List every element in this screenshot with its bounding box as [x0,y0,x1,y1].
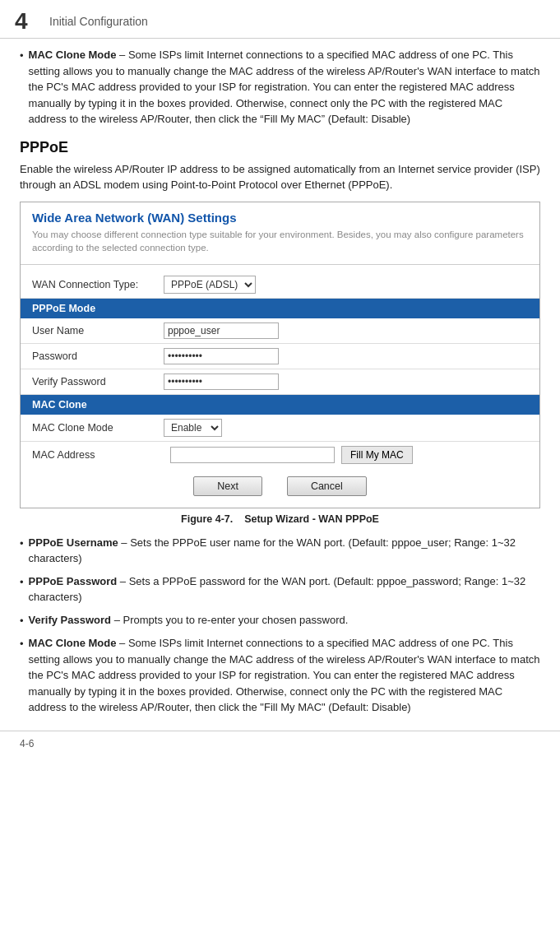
bullet-dot-1: • [20,536,24,567]
pppoe-mode-header: PPPoE Mode [21,299,539,318]
wan-settings-box: Wide Area Network (WAN) Settings You may… [20,202,540,508]
bullet-dash-3: – [114,614,123,626]
page-footer: 4-6 [0,731,560,756]
top-bullet-item: • MAC Clone Mode – Some ISPs limit Inter… [20,47,540,128]
figure-spacer [236,513,242,525]
top-bullet-term: MAC Clone Mode [29,49,117,61]
password-value[interactable] [164,348,528,364]
wan-box-header: Wide Area Network (WAN) Settings You may… [21,202,539,259]
wan-connection-type-row: WAN Connection Type: PPPoE (ADSL) [21,271,539,299]
username-input[interactable] [164,322,279,339]
bullet-pppoe-username-text: PPPoE Username – Sets the PPPoE user nam… [29,535,540,567]
bullet-term-3: Verify Password [29,614,111,626]
bullet-dash-1: – [121,536,130,549]
wan-connection-type-select[interactable]: PPPoE (ADSL) [164,276,256,294]
mac-clone-mode-value[interactable]: Enable Disable [164,419,528,437]
figure-caption: Figure 4-7. Setup Wizard - WAN PPPoE [20,513,540,525]
bullet-dot-4: • [20,636,24,716]
mac-clone-mode-select[interactable]: Enable Disable [164,419,222,437]
wan-connection-type-value[interactable]: PPPoE (ADSL) [164,276,528,294]
username-row: User Name [21,318,539,344]
bullet-body-3: Prompts you to re-enter your chosen pass… [123,614,348,626]
bullet-verify-password: • Verify Password – Prompts you to re-en… [20,612,540,629]
bullet-term-4: MAC Clone Mode [29,637,117,649]
mac-address-row: MAC Address Fill My MAC [21,442,539,468]
verify-password-label: Verify Password [32,376,164,387]
top-bullet-text: MAC Clone Mode – Some ISPs limit Interne… [29,47,540,128]
wan-divider [21,264,539,265]
fill-my-mac-button[interactable]: Fill My MAC [341,446,413,464]
wan-box-title: Wide Area Network (WAN) Settings [32,211,528,225]
mac-address-label: MAC Address [32,449,164,461]
wan-connection-type-label: WAN Connection Type: [32,279,164,290]
section-heading: PPPoE [20,139,540,156]
section-description: Enable the wireless AP/Router IP address… [20,161,540,193]
mac-clone-mode-row: MAC Clone Mode Enable Disable [21,415,539,442]
bottom-bullets: • PPPoE Username – Sets the PPPoE user n… [20,535,540,716]
bullet-dot-3: • [20,613,24,629]
verify-password-row: Verify Password [21,369,539,395]
verify-password-input[interactable] [164,374,279,390]
top-bullet-dash: – [119,49,128,61]
wan-box-subtitle: You may choose different connection type… [32,228,528,254]
next-button[interactable]: Next [193,476,262,496]
verify-password-value[interactable] [164,374,528,390]
cancel-button[interactable]: Cancel [287,476,367,496]
mac-address-input[interactable] [170,447,335,463]
page-header: 4 Initial Configuration [0,0,560,39]
wan-buttons: Next Cancel [21,468,539,499]
bullet-dash-2: – [120,575,129,587]
bullet-dot: • [20,48,24,128]
chapter-number: 4 [15,8,41,35]
bullet-dash-4: – [119,637,128,649]
username-value[interactable] [164,322,528,339]
mac-clone-header: MAC Clone [21,395,539,415]
password-label: Password [32,350,164,362]
password-row: Password [21,344,539,369]
figure-title: Setup Wizard - WAN PPPoE [244,513,379,525]
username-label: User Name [32,325,164,336]
bullet-term-2: PPPoE Password [29,575,118,587]
password-input[interactable] [164,348,279,364]
bullet-mac-clone-mode: • MAC Clone Mode – Some ISPs limit Inter… [20,635,540,716]
mac-clone-mode-label: MAC Clone Mode [32,422,164,434]
page-content: • MAC Clone Mode – Some ISPs limit Inter… [0,39,560,731]
bullet-mac-clone-mode-text: MAC Clone Mode – Some ISPs limit Interne… [29,635,540,716]
bullet-pppoe-password-text: PPPoE Password – Sets a PPPoE password f… [29,573,540,606]
bullet-verify-password-text: Verify Password – Prompts you to re-ente… [29,612,540,629]
bullet-pppoe-password: • PPPoE Password – Sets a PPPoE password… [20,573,540,606]
figure-label: Figure 4-7. [181,513,233,525]
bullet-dot-2: • [20,574,24,606]
bullet-term-1: PPPoE Username [29,536,118,549]
page-number: 4-6 [20,738,34,749]
bullet-pppoe-username: • PPPoE Username – Sets the PPPoE user n… [20,535,540,567]
chapter-title: Initial Configuration [49,15,148,28]
